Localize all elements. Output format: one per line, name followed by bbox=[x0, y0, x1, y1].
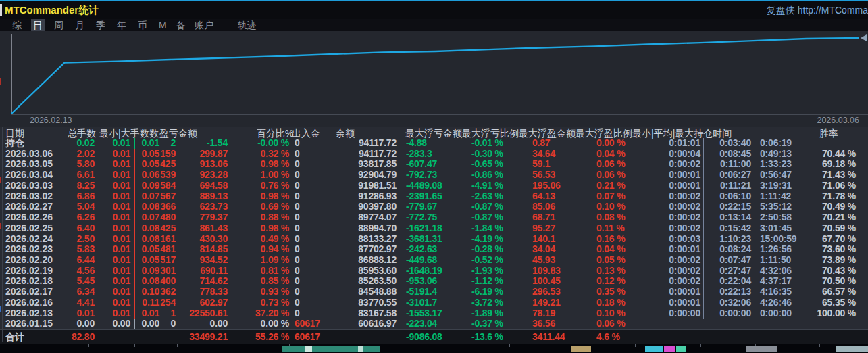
cell-mfl: -5191.4 bbox=[406, 287, 468, 298]
cell-balance: 92904.79 bbox=[336, 170, 397, 181]
cell-pct: 0.98 % bbox=[230, 159, 289, 170]
time-divider bbox=[703, 244, 704, 255]
table-row[interactable]: 2026.02.235.830.010.05481814.850.94 %087… bbox=[0, 244, 868, 255]
table-row[interactable]: 2026.02.242.500.010.08161430.300.49 %088… bbox=[0, 234, 868, 245]
table-row[interactable]: 2026.02.275.040.010.08366623.730.69 %090… bbox=[0, 202, 868, 212]
table-row[interactable]: 2026.02.256.400.010.08425861.430.98 %088… bbox=[0, 223, 868, 234]
tab-10[interactable]: 账户 bbox=[195, 19, 213, 31]
screen-artifact bbox=[0, 4, 2, 16]
curve-end-marker bbox=[861, 34, 867, 41]
tab-4[interactable]: 月 bbox=[75, 19, 84, 31]
table-row[interactable]: 2026.03.062.020.010.05159299.870.32 %094… bbox=[0, 149, 868, 160]
cell-tavg: 0:32:06 bbox=[707, 298, 751, 308]
time-divider bbox=[703, 138, 704, 149]
cell-mfpp: 0.06 % bbox=[596, 319, 650, 329]
table-row[interactable]: 2026.02.206.440.010.05517934.521.09 %086… bbox=[0, 255, 868, 266]
cell-min: 0.01 bbox=[99, 191, 130, 202]
cell-mfpp: 0.04 % bbox=[596, 149, 650, 160]
cell-tmin: 0:00:01 bbox=[650, 298, 700, 308]
taskbar-glitch bbox=[571, 346, 591, 352]
cell-tmax: 0:06:19 bbox=[760, 138, 811, 149]
minmax-divider bbox=[134, 191, 135, 202]
table-row[interactable]: 2026.02.266.260.010.07480779.370.88 %089… bbox=[0, 212, 868, 223]
cell-min: 0.01 bbox=[99, 223, 130, 234]
cell-mflp: -0.37 % bbox=[471, 319, 527, 329]
table-row[interactable]: 2026.03.038.250.010.09584694.580.76 %091… bbox=[0, 181, 868, 191]
cell-mfpp: 0.21 % bbox=[596, 181, 650, 191]
cell-min: 0.01 bbox=[99, 298, 130, 308]
cell-mflp: -4.91 % bbox=[471, 181, 527, 191]
table-total-row[interactable]: 合计82.8033499.2155.26 %60617-9086.08-13.6… bbox=[0, 329, 868, 344]
cell-date: 2026.02.25 bbox=[5, 223, 66, 234]
cell-mfpp: 0.06 % bbox=[596, 159, 650, 170]
cell-balance: 91981.51 bbox=[336, 181, 397, 191]
table-row[interactable]: 2026.03.046.610.010.06539923.281.00 %092… bbox=[0, 170, 868, 181]
cell-mfp: 195.06 bbox=[532, 181, 593, 191]
cell-pct: 1.09 % bbox=[230, 255, 289, 266]
cell-max: 0.07 bbox=[136, 212, 159, 223]
tab-7[interactable]: 币 bbox=[138, 19, 147, 31]
cell-tmin: 0:00:02 bbox=[650, 255, 700, 266]
site-link[interactable]: 复盘侠 http://MTComma bbox=[767, 5, 868, 17]
cell-pnl: 861.43 bbox=[170, 223, 228, 234]
cell-mfp: 3411.44 bbox=[532, 330, 593, 344]
cell-tavg: 0:06:27 bbox=[707, 170, 751, 181]
cell-date: 2026.02.23 bbox=[5, 244, 66, 255]
table-row[interactable]: 2026.01.150.000.000.0000.000.00 %6061760… bbox=[0, 319, 868, 329]
cell-date: 2026.02.16 bbox=[5, 298, 66, 308]
cell-mflp: -1.93 % bbox=[471, 266, 527, 277]
cell-mfl: -607.47 bbox=[406, 159, 468, 170]
cell-mflp: -3.72 % bbox=[471, 298, 527, 308]
taskbar-glitch bbox=[645, 346, 663, 352]
cell-max: 0.08 bbox=[136, 276, 159, 287]
app-title: MTCommander统计 bbox=[5, 4, 99, 17]
cell-win: 69.18 % bbox=[800, 159, 856, 170]
tab-5[interactable]: 季 bbox=[96, 19, 105, 31]
cell-mfl: -4489.08 bbox=[406, 181, 468, 191]
header-5: 盈亏金额 bbox=[159, 128, 197, 139]
table-row[interactable]: 2026.02.164.410.010.11254602.970.73 %083… bbox=[0, 298, 868, 308]
cell-pnl: 913.06 bbox=[170, 159, 228, 170]
tab-6[interactable]: 年 bbox=[117, 19, 126, 31]
cell-min: 0.01 bbox=[99, 149, 130, 160]
cell-mflp: -1.89 % bbox=[471, 308, 527, 319]
cell-mfl: -9086.08 bbox=[406, 330, 468, 344]
cell-mfp: 149.21 bbox=[532, 298, 593, 308]
table-row[interactable]: 2026.02.176.340.010.10362778.330.93 %084… bbox=[0, 287, 868, 298]
cell-max: 0.00 bbox=[136, 319, 159, 329]
cell-mfpp: 0.05 % bbox=[596, 255, 650, 266]
cell-win: 70.59 % bbox=[800, 223, 856, 234]
cell-win: 65.35 % bbox=[800, 298, 856, 308]
tab-11[interactable]: 轨迹 bbox=[238, 19, 257, 31]
time-divider bbox=[703, 255, 704, 266]
table-row[interactable]: 持仓0.020.010.012-1.54-0.00 %094117.72-4.8… bbox=[0, 138, 868, 149]
cell-mflp: -1.12 % bbox=[471, 276, 527, 287]
minmax-divider bbox=[134, 181, 135, 191]
table-row[interactable]: 2026.03.055.800.010.05425913.060.98 %093… bbox=[0, 159, 868, 170]
cell-win: 70.49 % bbox=[800, 202, 856, 212]
time-divider bbox=[755, 234, 755, 245]
table-row[interactable]: 2026.03.026.860.010.07567889.130.98 %091… bbox=[0, 191, 868, 202]
table-row[interactable]: 2026.02.194.560.010.09301690.110.81 %085… bbox=[0, 266, 868, 277]
table-row[interactable]: 2026.02.185.450.010.08400714.620.85 %085… bbox=[0, 276, 868, 287]
cell-lots: 6.34 bbox=[63, 287, 95, 298]
cell-mfp: 140.1 bbox=[532, 234, 593, 245]
cell-mfpp: 0.07 % bbox=[596, 191, 650, 202]
cell-min: 0.01 bbox=[99, 308, 130, 319]
cell-pnl: 22550.61 bbox=[170, 308, 228, 319]
tab-9[interactable]: 备 bbox=[176, 19, 186, 31]
tab-8[interactable]: M bbox=[159, 19, 167, 31]
cell-mflp: -13.6 % bbox=[471, 330, 527, 344]
cell-mfpp: 0.13 % bbox=[596, 266, 650, 277]
table-row[interactable]: 2026.02.130.010.010.01122550.6137.20 %08… bbox=[0, 308, 868, 319]
taskbar-glitch bbox=[305, 346, 312, 352]
tab-3[interactable]: 周 bbox=[54, 19, 63, 31]
cell-pnl: 714.62 bbox=[170, 276, 228, 287]
tab-2[interactable]: 日 bbox=[31, 19, 45, 31]
cell-min: 0.01 bbox=[99, 138, 130, 149]
taskbar-glitch bbox=[358, 346, 363, 352]
tab-1[interactable]: 综 bbox=[12, 19, 22, 31]
cell-pct: 0.88 % bbox=[230, 212, 289, 223]
minmax-divider bbox=[134, 287, 135, 298]
time-divider bbox=[703, 170, 704, 181]
